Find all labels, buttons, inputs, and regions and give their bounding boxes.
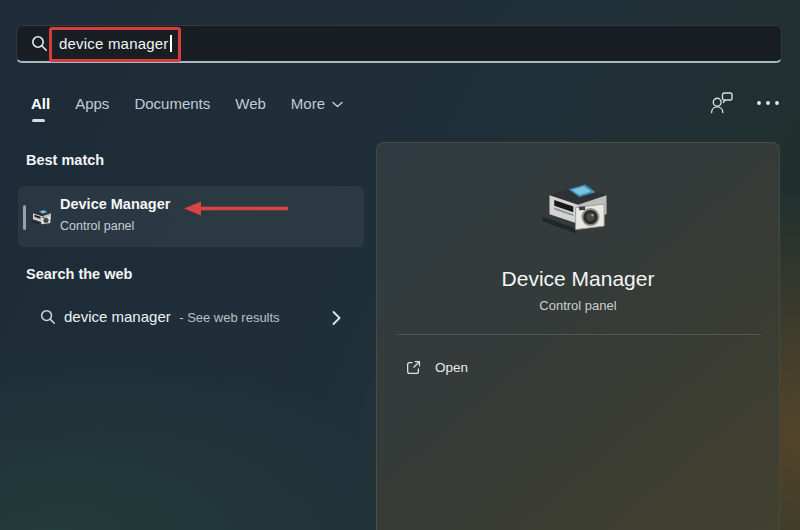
search-icon: [40, 309, 56, 329]
search-header-actions: [708, 90, 782, 116]
best-match-result-device-manager[interactable]: Device Manager Control panel: [18, 186, 364, 247]
preview-title: Device Manager: [377, 267, 779, 291]
best-match-heading: Best match: [26, 152, 104, 168]
search-icon: [31, 35, 48, 52]
result-subtitle: Control panel: [60, 218, 170, 235]
tab-web[interactable]: Web: [235, 94, 266, 114]
search-the-web-heading: Search the web: [26, 266, 132, 282]
windows-search-flyout: device manager All Apps Documents Web Mo…: [0, 0, 800, 530]
open-label: Open: [435, 360, 468, 375]
selection-indicator: [23, 205, 26, 230]
device-manager-app-icon: [30, 205, 54, 233]
search-filter-tabs: All Apps Documents Web More: [31, 94, 343, 122]
web-search-result[interactable]: device manager - See web results: [18, 299, 364, 337]
result-title: Device Manager: [60, 195, 170, 214]
tab-apps[interactable]: Apps: [75, 94, 109, 114]
search-query-text: device manager: [59, 35, 169, 52]
active-tab-underline: [32, 119, 45, 122]
device-manager-app-icon: [538, 169, 618, 245]
tab-documents[interactable]: Documents: [134, 94, 210, 114]
text-cursor: [170, 35, 172, 52]
divider: [397, 334, 761, 335]
open-external-icon: [405, 359, 422, 376]
tab-more[interactable]: More: [291, 94, 343, 114]
search-input[interactable]: device manager: [16, 25, 782, 63]
web-suffix-text: - See web results: [179, 310, 279, 325]
ellipsis-icon[interactable]: [754, 98, 782, 108]
account-options-icon[interactable]: [708, 90, 736, 116]
open-action[interactable]: Open: [391, 349, 765, 385]
web-query-text: device manager: [64, 308, 171, 325]
result-preview-panel: Device Manager Control panel Open: [376, 142, 780, 530]
tab-all[interactable]: All: [31, 94, 50, 122]
chevron-right-icon[interactable]: [332, 311, 341, 329]
preview-subtitle: Control panel: [377, 298, 779, 313]
chevron-down-icon: [332, 101, 343, 108]
